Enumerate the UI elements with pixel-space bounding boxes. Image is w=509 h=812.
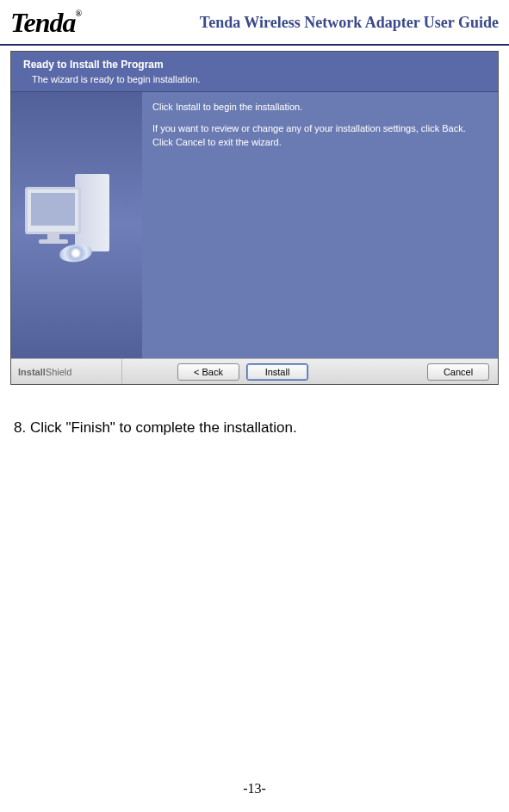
- installer-content: Click Install to begin the installation.…: [142, 92, 498, 358]
- installer-header: Ready to Install the Program The wizard …: [11, 52, 498, 92]
- page-number: -13-: [0, 781, 509, 797]
- installer-window: Ready to Install the Program The wizard …: [10, 51, 499, 385]
- document-header: Tenda® Tenda Wireless Network Adapter Us…: [0, 0, 509, 46]
- monitor-screen-icon: [31, 193, 75, 226]
- guide-title: Tenda Wireless Network Adapter User Guid…: [200, 14, 499, 32]
- monitor-base-icon: [39, 239, 68, 244]
- cancel-button[interactable]: Cancel: [427, 363, 489, 381]
- tenda-logo: Tenda®: [10, 7, 81, 39]
- installer-footer: InstallShield < Back Install Cancel: [11, 358, 498, 384]
- trademark-symbol: ®: [76, 9, 81, 18]
- installer-subtitle: The wizard is ready to begin installatio…: [23, 74, 489, 84]
- footer-divider: [121, 359, 135, 384]
- monitor-icon: [25, 187, 81, 234]
- footer-buttons-area: < Back Install Cancel: [135, 363, 498, 381]
- logo-text: Tenda: [10, 7, 76, 38]
- installer-title: Ready to Install the Program: [23, 59, 489, 71]
- installer-sidebar: [11, 92, 142, 358]
- back-button[interactable]: < Back: [177, 363, 239, 381]
- computer-graphic: [25, 165, 128, 286]
- brand-install: Install: [18, 367, 46, 377]
- install-button[interactable]: Install: [246, 363, 308, 381]
- step-instruction: 8. Click "Finish" to complete the instal…: [14, 419, 495, 437]
- content-line-1: Click Install to begin the installation.: [152, 101, 487, 114]
- content-line-2: If you want to review or change any of y…: [152, 122, 487, 149]
- brand-shield: Shield: [46, 367, 72, 377]
- installer-body: Click Install to begin the installation.…: [11, 92, 498, 358]
- installshield-brand: InstallShield: [11, 367, 121, 377]
